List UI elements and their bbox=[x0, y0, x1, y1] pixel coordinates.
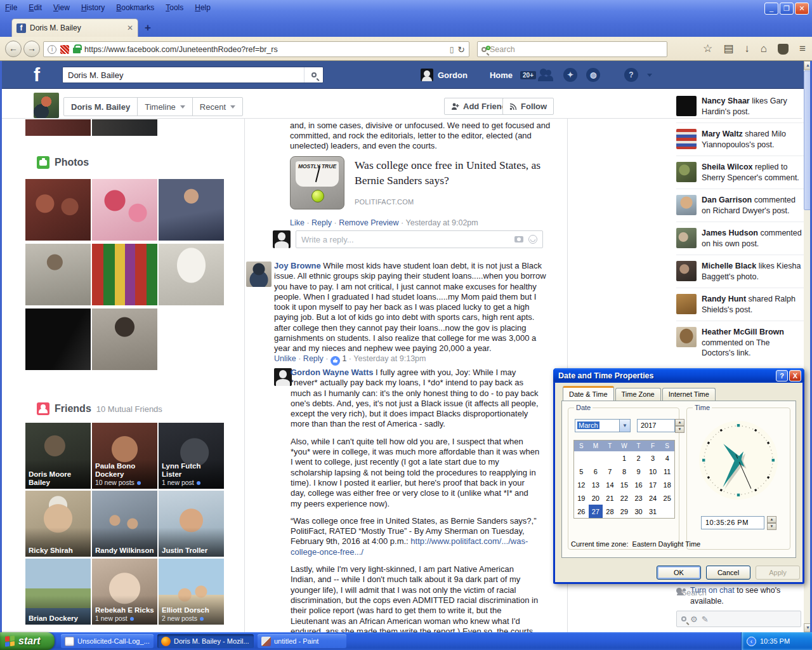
friend-name[interactable]: Paula Bono Dockery bbox=[95, 462, 155, 479]
help-icon[interactable]: ? bbox=[624, 68, 638, 82]
chat-search[interactable]: Search ⚙ ✎ bbox=[676, 611, 801, 627]
hamburger-menu-icon[interactable]: ≡ bbox=[799, 41, 806, 57]
like-link[interactable]: Like bbox=[290, 218, 304, 227]
taskbar-task-paint[interactable]: untitled - Paint bbox=[258, 634, 346, 648]
friend-card[interactable]: Randy Wilkinson bbox=[92, 491, 157, 557]
friend-name[interactable]: Lynn Futch Lister bbox=[162, 462, 221, 479]
friend-name[interactable]: Rebekah E Ricks bbox=[95, 606, 155, 614]
reader-mode-icon[interactable]: ▯ bbox=[450, 45, 454, 54]
calendar-day[interactable]: 12 bbox=[574, 478, 589, 491]
follow-button[interactable]: Follow bbox=[502, 98, 554, 115]
ticker-item[interactable]: Sheila Wilcox replied to Sherry Spencer'… bbox=[676, 156, 804, 189]
friends-title[interactable]: Friends bbox=[55, 403, 91, 415]
calendar-day[interactable]: 6 bbox=[589, 465, 603, 478]
ticker-name[interactable]: Randy Hunt bbox=[702, 295, 746, 303]
friend-card[interactable]: Lynn Futch Lister 1 new post bbox=[159, 423, 224, 489]
attach-photo-icon[interactable] bbox=[514, 236, 523, 242]
minimize-button[interactable]: _ bbox=[764, 3, 778, 15]
calendar-day[interactable]: 30 bbox=[631, 505, 646, 518]
messages-icon[interactable]: ✦ bbox=[563, 68, 577, 82]
menu-tools[interactable]: Tools bbox=[166, 3, 183, 12]
start-button[interactable]: start bbox=[0, 632, 55, 650]
calendar-day[interactable]: 22 bbox=[617, 491, 632, 505]
tab-date-time[interactable]: Date & Time bbox=[563, 386, 614, 401]
facebook-search[interactable] bbox=[62, 67, 324, 83]
photo-tile[interactable] bbox=[92, 179, 157, 241]
comment-timestamp[interactable]: Yesterday at 9:13pm bbox=[353, 354, 426, 363]
downloads-icon[interactable]: ↓ bbox=[744, 41, 750, 57]
photo-tile[interactable] bbox=[25, 308, 91, 370]
notifications-globe-icon[interactable]: ◍ bbox=[586, 68, 600, 82]
home-link[interactable]: Home bbox=[490, 70, 513, 80]
calendar-day[interactable]: 20 bbox=[589, 491, 603, 505]
calendar-day[interactable]: 10 bbox=[646, 465, 660, 478]
hide-icons-chevron-icon[interactable]: ‹ bbox=[747, 637, 756, 646]
calendar-day[interactable]: 5 bbox=[574, 465, 589, 478]
ticker-name[interactable]: Nancy Shaar bbox=[702, 96, 750, 105]
tab-internet-time[interactable]: Internet Time bbox=[662, 388, 716, 401]
like-thumb-icon[interactable] bbox=[331, 356, 340, 366]
calendar-day[interactable]: 3 bbox=[646, 451, 660, 465]
new-tab-button[interactable]: + bbox=[145, 22, 151, 34]
ticker-name[interactable]: Sheila Wilcox bbox=[702, 162, 752, 171]
dropdown-arrow-icon[interactable]: ▼ bbox=[619, 420, 630, 432]
comment-author-link[interactable]: Gordon Wayne Watts bbox=[291, 368, 373, 377]
comment-author-link[interactable]: Joy Browne bbox=[274, 261, 321, 270]
ticker-name[interactable]: Michelle Black bbox=[702, 262, 756, 270]
tab-time-zone[interactable]: Time Zone bbox=[615, 388, 661, 401]
friend-name[interactable]: Doris Moore Bailey bbox=[29, 470, 88, 487]
ticker-name[interactable]: Heather McGill Brown bbox=[702, 328, 784, 336]
friend-card[interactable]: Rebekah E Ricks 1 new post bbox=[92, 559, 157, 625]
ticker-name[interactable]: Mary Waltz bbox=[702, 129, 743, 138]
url-text[interactable]: https://www.facebook.com/JuneteenthRodeo… bbox=[84, 45, 446, 54]
browser-search[interactable]: + Search bbox=[477, 41, 667, 57]
calendar-day[interactable]: 28 bbox=[603, 505, 617, 518]
friend-name[interactable]: Brian Dockery bbox=[29, 614, 88, 623]
friend-card[interactable]: Doris Moore Bailey bbox=[25, 423, 91, 489]
calendar-day[interactable]: 26 bbox=[574, 505, 589, 518]
profile-name-button[interactable]: Doris M. Bailey bbox=[64, 98, 138, 116]
friend-card[interactable]: Paula Bono Dockery 10 new posts bbox=[92, 423, 157, 489]
partial-photo[interactable] bbox=[25, 119, 91, 136]
menu-help[interactable]: Help bbox=[195, 3, 211, 12]
photo-tile[interactable] bbox=[159, 308, 224, 370]
reply-input[interactable]: Write a reply... bbox=[296, 230, 543, 248]
friend-name[interactable]: Elliott Dorsch bbox=[162, 606, 221, 614]
browser-tab[interactable]: f Doris M. Bailey ✕ bbox=[11, 18, 138, 37]
photo-tile[interactable] bbox=[159, 179, 224, 241]
friend-name[interactable]: Justin Troller bbox=[162, 547, 221, 555]
cancel-button[interactable]: Cancel bbox=[706, 566, 750, 580]
menu-bookmarks[interactable]: Bookmarks bbox=[116, 3, 154, 12]
calendar-day[interactable]: 23 bbox=[631, 491, 646, 505]
calendar-day[interactable]: 1 bbox=[617, 451, 632, 465]
calendar-day[interactable]: 4 bbox=[660, 451, 674, 465]
friend-card[interactable]: Ricky Shirah bbox=[25, 491, 91, 557]
photo-tile[interactable] bbox=[25, 179, 91, 241]
ticker-item[interactable]: Dan Garrison commented on Richard Dwyer'… bbox=[676, 189, 804, 222]
avatar[interactable] bbox=[274, 368, 292, 386]
ok-button[interactable]: OK bbox=[657, 566, 701, 580]
friend-name[interactable]: Ricky Shirah bbox=[29, 547, 88, 555]
mutual-friends-count[interactable]: 10 Mutual Friends bbox=[96, 404, 162, 414]
photo-tile[interactable] bbox=[25, 244, 91, 305]
tray-clock[interactable]: 10:35 PM bbox=[760, 637, 790, 645]
friend-card[interactable]: Justin Troller bbox=[159, 491, 224, 557]
ticker-name[interactable]: Dan Garrison bbox=[702, 196, 752, 204]
site-info-icon[interactable]: i bbox=[48, 45, 56, 54]
emoji-icon[interactable] bbox=[528, 235, 537, 244]
time-spinner[interactable]: ▲▼ bbox=[767, 516, 776, 529]
preview-title[interactable]: Was college once free in United States, … bbox=[355, 157, 556, 188]
calendar-day[interactable]: 17 bbox=[646, 478, 660, 491]
facebook-logo[interactable]: f bbox=[34, 64, 40, 86]
back-button[interactable]: ← bbox=[5, 41, 22, 57]
tab-close-icon[interactable]: ✕ bbox=[127, 23, 133, 32]
friend-requests-icon[interactable] bbox=[538, 69, 554, 81]
year-field[interactable]: 2017 bbox=[637, 419, 675, 432]
avatar[interactable] bbox=[421, 69, 433, 81]
recent-dropdown[interactable]: Recent bbox=[193, 98, 242, 116]
menu-edit[interactable]: Edit bbox=[29, 3, 42, 12]
friend-card[interactable]: Elliott Dorsch 2 new posts bbox=[159, 559, 224, 625]
ticker-item[interactable]: Nancy Shaar likes Gary Hardin's post. bbox=[676, 90, 804, 123]
profile-photo[interactable] bbox=[34, 93, 59, 118]
calendar-day[interactable]: 11 bbox=[660, 465, 674, 478]
